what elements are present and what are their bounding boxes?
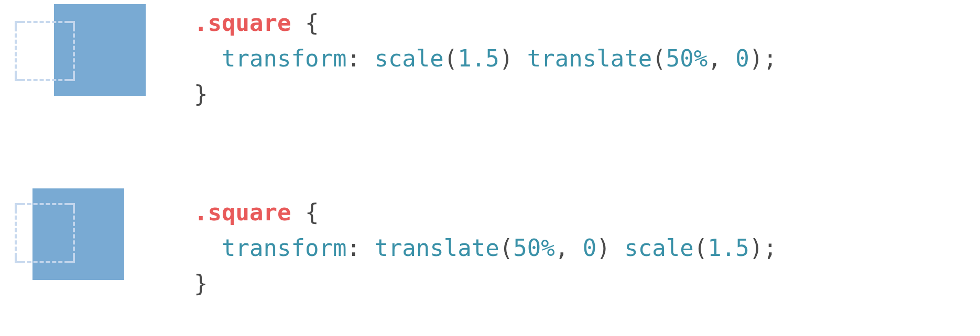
css-property: transform xyxy=(222,45,346,72)
css-selector: .square xyxy=(194,199,291,226)
css-selector: .square xyxy=(194,9,291,36)
paren-open: ( xyxy=(444,45,458,72)
page: .square { transform: scale(1.5) translat… xyxy=(0,0,980,336)
corner-marker xyxy=(68,21,75,28)
indent xyxy=(194,234,222,261)
colon: : xyxy=(346,45,374,72)
css-value: 0 xyxy=(583,234,597,261)
space xyxy=(513,45,527,72)
css-value: 1.5 xyxy=(458,45,499,72)
paren-close: ) xyxy=(596,234,611,261)
css-property: transform xyxy=(222,234,346,261)
semicolon: ; xyxy=(763,45,777,72)
corner-marker xyxy=(68,74,75,81)
corner-marker xyxy=(15,203,22,210)
corner-marker xyxy=(15,256,22,263)
corner-marker xyxy=(15,21,22,28)
indent xyxy=(194,45,222,72)
semicolon: ; xyxy=(763,234,777,261)
paren-open: ( xyxy=(499,234,514,261)
brace-open: { xyxy=(291,9,319,36)
paren-open: ( xyxy=(652,45,666,72)
paren-close: ) xyxy=(499,45,514,72)
css-value: 50% xyxy=(513,234,554,261)
css-function: scale xyxy=(624,234,693,261)
corner-marker xyxy=(68,256,75,263)
paren-close: ) xyxy=(749,45,764,72)
colon: : xyxy=(346,234,374,261)
paren-open: ( xyxy=(694,234,708,261)
brace-open: { xyxy=(291,199,319,226)
paren-close: ) xyxy=(749,234,764,261)
brace-close: } xyxy=(194,270,208,297)
demo-translate-then-scale xyxy=(15,188,172,304)
corner-marker xyxy=(68,203,75,210)
brace-close: } xyxy=(194,81,208,107)
original-outline xyxy=(15,203,75,263)
comma: , xyxy=(555,234,583,261)
code-block-1: .square { transform: scale(1.5) translat… xyxy=(194,5,777,113)
css-value: 0 xyxy=(735,45,749,72)
css-function: translate xyxy=(374,234,499,261)
css-value: 1.5 xyxy=(707,234,749,261)
original-outline xyxy=(15,21,75,81)
css-function: translate xyxy=(527,45,652,72)
css-value: 50% xyxy=(666,45,707,72)
demo-scale-then-translate xyxy=(15,0,172,115)
css-function: scale xyxy=(374,45,443,72)
comma: , xyxy=(707,45,735,72)
corner-marker xyxy=(15,74,22,81)
code-block-2: .square { transform: translate(50%, 0) s… xyxy=(194,195,777,302)
space xyxy=(611,234,625,261)
